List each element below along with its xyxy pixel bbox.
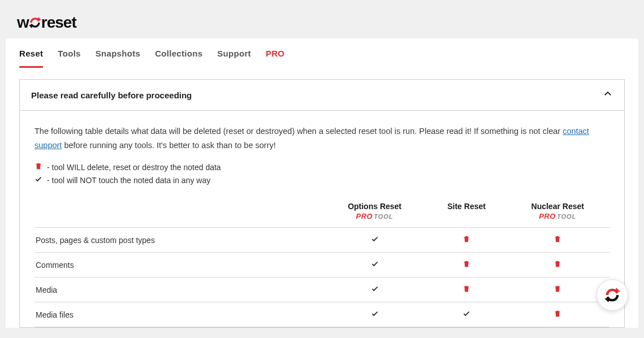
trash-icon (427, 228, 506, 253)
column-label: Site Reset (431, 202, 503, 211)
trash-icon (427, 253, 506, 278)
table-header-empty (34, 197, 322, 228)
logo-area: w reset (6, 5, 638, 38)
column-label: Options Reset (326, 202, 424, 211)
trash-icon (34, 162, 42, 172)
legend-delete-text: - tool WILL delete, reset or destroy the… (47, 163, 221, 172)
legend: - tool WILL delete, reset or destroy the… (34, 162, 610, 185)
refresh-icon (603, 285, 622, 305)
trash-icon (427, 278, 506, 302)
check-icon (34, 175, 42, 185)
trash-icon (505, 253, 610, 278)
table-header-2: Nuclear ResetPROTOOL (505, 197, 610, 228)
row-label: Comments (34, 253, 322, 278)
chevron-up-icon (603, 89, 613, 101)
tabs: ResetToolsSnapshotsCollectionsSupportPRO (19, 38, 625, 68)
check-icon (322, 302, 427, 327)
tab-reset[interactable]: Reset (19, 49, 43, 68)
brand-part1: w (17, 14, 29, 32)
check-icon (427, 302, 506, 327)
table-header-0: Options ResetPROTOOL (322, 197, 427, 228)
legend-keep-text: - tool will NOT touch the noted data in … (47, 176, 210, 185)
panel-header[interactable]: Please read carefully before proceeding (20, 80, 624, 111)
pro-tool-badge: PROTOOL (326, 212, 424, 220)
check-icon (322, 228, 427, 253)
legend-keep: - tool will NOT touch the noted data in … (34, 175, 610, 185)
tab-tools[interactable]: Tools (58, 49, 80, 68)
intro-text: The following table details what data wi… (34, 124, 610, 152)
trash-icon (505, 228, 610, 253)
table-row: Media files (34, 302, 610, 327)
content-card: ResetToolsSnapshotsCollectionsSupportPRO… (6, 38, 638, 328)
check-icon (322, 253, 427, 278)
brand-part2: reset (41, 14, 76, 32)
brand-logo: w reset (17, 14, 627, 32)
panel-body: The following table details what data wi… (20, 111, 624, 327)
check-icon (322, 278, 427, 302)
pro-tool-badge: PROTOOL (509, 212, 606, 220)
refresh-icon (28, 15, 42, 30)
panel-title: Please read carefully before proceeding (31, 90, 192, 100)
row-label: Posts, pages & custom post types (34, 228, 322, 253)
intro-after: before running any tools. It's better to… (62, 141, 275, 150)
help-float-button[interactable] (597, 279, 628, 311)
table-row: Comments (34, 253, 610, 278)
table-header-1: Site Reset (427, 197, 506, 228)
row-label: Media files (34, 302, 322, 327)
tab-snapshots[interactable]: Snapshots (96, 49, 140, 68)
table-header-row: Options ResetPROTOOLSite ResetNuclear Re… (34, 197, 610, 228)
trash-icon (505, 302, 610, 327)
table-row: Posts, pages & custom post types (34, 228, 610, 253)
table-row: Media (34, 278, 610, 302)
reset-table: Options ResetPROTOOLSite ResetNuclear Re… (34, 197, 610, 327)
trash-icon (505, 278, 610, 302)
warning-panel: Please read carefully before proceeding … (19, 79, 625, 328)
tab-pro[interactable]: PRO (266, 49, 284, 68)
tab-collections[interactable]: Collections (155, 49, 202, 68)
column-label: Nuclear Reset (509, 202, 606, 211)
row-label: Media (34, 278, 322, 302)
legend-delete: - tool WILL delete, reset or destroy the… (34, 162, 610, 172)
tab-support[interactable]: Support (217, 49, 251, 68)
intro-before: The following table details what data wi… (34, 127, 563, 136)
